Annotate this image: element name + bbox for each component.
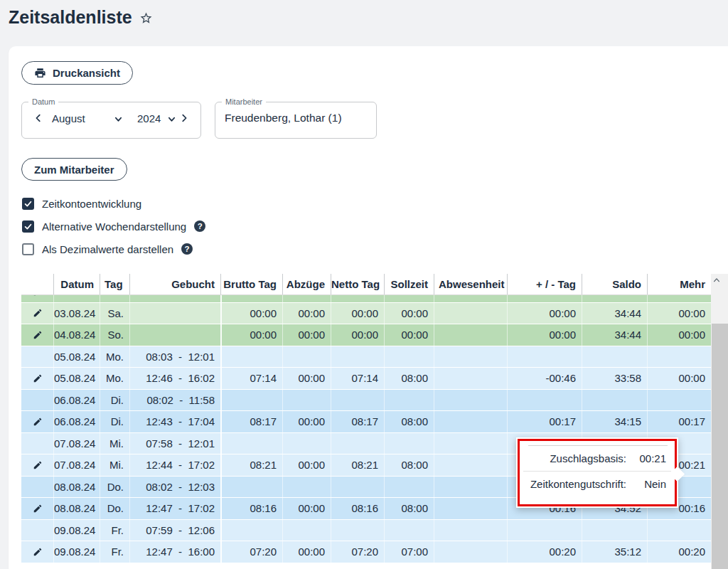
table-cell-tag: Mi.: [100, 433, 129, 454]
month-select-value: August: [49, 112, 85, 124]
table-cell-abzuege: 00:00: [282, 411, 331, 432]
table-cell-sollzeit: [384, 433, 434, 454]
table-cell-sollzeit: 08:00: [384, 498, 434, 519]
table-cell-brutto: 00:00: [220, 303, 282, 324]
table-cell-gebucht: [129, 324, 220, 346]
table-cell-mehr: 00:00: [647, 368, 711, 389]
edit-button[interactable]: [31, 372, 44, 385]
column-header-abwesenheit: Abwesenheit: [434, 274, 507, 294]
to-employee-label: Zum Mitarbeiter: [34, 164, 114, 176]
pencil-icon: [33, 330, 43, 340]
table-cell-brutto: [220, 346, 282, 368]
edit-button[interactable]: [31, 415, 44, 428]
previous-month-button[interactable]: [31, 110, 46, 126]
edit-button[interactable]: [31, 329, 44, 341]
table-cell-abwesenheit: [434, 520, 507, 541]
table-cell-mehr: 00:00: [647, 303, 711, 324]
table-cell-plusminus: [507, 390, 582, 411]
table-cell-abzuege: [282, 520, 331, 541]
page-title: Zeitsaldenliste: [9, 7, 132, 28]
table-cell-mehr: [647, 520, 711, 541]
table-cell-abwesenheit: [434, 498, 507, 519]
table-cell-tag: Di.: [100, 390, 129, 411]
column-header-plusminus: + / - Tag: [507, 274, 582, 294]
table-cell-edit: [21, 498, 53, 519]
table-cell-tag: Do.: [100, 498, 129, 519]
table-cell-sollzeit: [384, 390, 434, 411]
table-cell-abzuege: 00:00: [282, 498, 331, 519]
table-cell-netto: 00:00: [331, 324, 384, 346]
content-card: Druckansicht Datum August 2024 Mitarbeit…: [9, 46, 728, 569]
help-icon[interactable]: [181, 243, 193, 255]
table-cell-saldo: 34:44: [582, 303, 647, 324]
table-cell-sollzeit: [384, 346, 434, 368]
pencil-icon: [33, 460, 43, 470]
table-cell-abzuege: [282, 477, 331, 498]
year-select[interactable]: 2024: [134, 112, 176, 124]
table-cell-netto: [331, 520, 384, 541]
table-cell-edit: [21, 520, 53, 541]
employee-select[interactable]: Freudenberg, Lothar (1): [215, 106, 376, 130]
checkbox[interactable]: [22, 243, 34, 255]
edit-button[interactable]: [31, 307, 44, 319]
table-cell-datum: 03.08.24: [53, 303, 100, 324]
option-row: Zeitkontoentwicklung: [22, 196, 141, 211]
column-header-sollzeit: Sollzeit: [384, 274, 434, 294]
time-credit-value: Nein: [626, 478, 666, 490]
scrollbar-thumb[interactable]: [712, 324, 728, 569]
check-icon: [23, 222, 33, 231]
time-credit-label: Zeitkontengutschrift:: [530, 478, 626, 490]
help-icon[interactable]: [194, 220, 205, 232]
option-row: Alternative Wochendarstellung: [22, 219, 205, 233]
table-cell-datum: 06.08.24: [53, 390, 100, 411]
table-cell-tag: Fr.: [100, 520, 129, 541]
table-cell-edit: [21, 411, 53, 432]
checkbox[interactable]: [22, 220, 34, 233]
table-cell-brutto: 08:21: [220, 454, 282, 476]
pencil-icon: [33, 547, 43, 557]
table-cell-sollzeit: 08:00: [384, 454, 434, 476]
table-cell-tag: Do.: [100, 477, 129, 498]
table-cell-abzuege: [282, 346, 331, 368]
table-cell-brutto: [220, 477, 282, 498]
pencil-icon: [33, 373, 43, 383]
edit-button[interactable]: [31, 546, 44, 558]
checkbox-label: Zeitkontoentwicklung: [42, 198, 141, 210]
table-cell-gebucht: [129, 303, 220, 324]
next-month-button[interactable]: [176, 110, 192, 126]
month-select[interactable]: August: [49, 112, 123, 124]
scrollbar-up-button[interactable]: [711, 275, 722, 285]
print-view-button[interactable]: Druckansicht: [21, 61, 133, 85]
surcharge-tooltip: Zuschlagsbasis: 00:21 Zeitkontengutschri…: [516, 437, 678, 508]
table-cell-gebucht: 07:58 - 12:01: [129, 433, 220, 454]
table-cell-netto: 07:20: [331, 541, 384, 563]
table-cell-tag: Mi.: [100, 454, 129, 476]
edit-button[interactable]: [31, 502, 44, 515]
table-header-row: DatumTagGebuchtBrutto TagAbzügeNetto Tag…: [21, 274, 711, 295]
table-cell-mehr: 00:00: [647, 324, 711, 346]
table-row: 05.08.24Mo.12:46 - 16:0207:1400:0007:140…: [21, 368, 711, 390]
table-cell-abwesenheit: [434, 433, 507, 454]
vertical-scrollbar[interactable]: [711, 274, 728, 569]
chevron-left-icon: [33, 113, 43, 123]
table-cell-abzuege: 00:00: [282, 454, 331, 476]
table-cell-brutto: 07:20: [220, 541, 282, 563]
checkbox[interactable]: [22, 198, 34, 210]
edit-button[interactable]: [31, 459, 44, 472]
to-employee-button[interactable]: Zum Mitarbeiter: [21, 158, 127, 181]
table-cell-abwesenheit: [434, 541, 507, 563]
table-cell-datum: 07.08.24: [53, 433, 100, 454]
table-cell-abwesenheit: [434, 454, 507, 476]
time-balance-table: 02.08.24Fr.12:47 - 16:0207:1500:0007:150…: [21, 274, 728, 569]
table-cell-edit: [21, 346, 53, 368]
table-cell-gebucht: 12:43 - 17:04: [129, 411, 220, 432]
favorite-star-icon[interactable]: [139, 11, 153, 25]
table-cell-datum: 07.08.24: [53, 454, 100, 476]
chevron-right-icon: [179, 113, 189, 123]
table-cell-saldo: [582, 520, 647, 541]
print-view-label: Druckansicht: [53, 67, 120, 79]
table-cell-netto: [331, 346, 384, 368]
table-cell-datum: 05.08.24: [53, 346, 100, 368]
table-cell-mehr: 00:17: [647, 411, 711, 432]
year-select-value: 2024: [134, 112, 161, 124]
